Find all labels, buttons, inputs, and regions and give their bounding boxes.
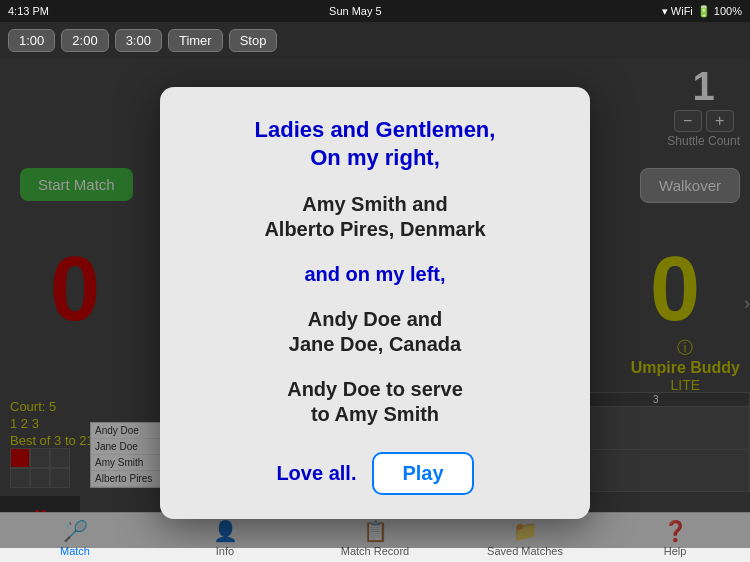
modal-footer: Love all. Play bbox=[190, 452, 560, 495]
3min-button[interactable]: 3:00 bbox=[115, 29, 162, 52]
modal-overlay: Ladies and Gentlemen, On my right, Amy S… bbox=[0, 58, 750, 548]
modal-line8: Andy Doe to serve bbox=[190, 378, 560, 401]
modal-line7: Jane Doe, Canada bbox=[190, 333, 560, 356]
toolbar: 1:00 2:00 3:00 Timer Stop bbox=[0, 22, 750, 58]
battery-icon: 🔋 100% bbox=[697, 5, 742, 18]
modal-line4: Alberto Pires, Denmark bbox=[190, 218, 560, 241]
wifi-icon: ▾ WiFi bbox=[662, 5, 693, 18]
play-button[interactable]: Play bbox=[372, 452, 473, 495]
1min-button[interactable]: 1:00 bbox=[8, 29, 55, 52]
status-bar: 4:13 PM Sun May 5 ▾ WiFi 🔋 100% bbox=[0, 0, 750, 22]
modal-line9: to Amy Smith bbox=[190, 403, 560, 426]
2min-button[interactable]: 2:00 bbox=[61, 29, 108, 52]
status-time: 4:13 PM bbox=[8, 5, 49, 17]
main-area: 0:00 love all 1 − + Shuttle Count Start … bbox=[0, 58, 750, 548]
timer-button[interactable]: Timer bbox=[168, 29, 223, 52]
modal-line3: Amy Smith and bbox=[190, 193, 560, 216]
modal-line6: Andy Doe and bbox=[190, 308, 560, 331]
modal-love-all: Love all. bbox=[276, 462, 356, 485]
modal-line1: Ladies and Gentlemen, bbox=[190, 117, 560, 143]
announcement-modal: Ladies and Gentlemen, On my right, Amy S… bbox=[160, 87, 590, 519]
modal-line2: On my right, bbox=[190, 145, 560, 171]
stop-button[interactable]: Stop bbox=[229, 29, 278, 52]
status-date: Sun May 5 bbox=[329, 5, 382, 17]
modal-line5: and on my left, bbox=[190, 263, 560, 286]
